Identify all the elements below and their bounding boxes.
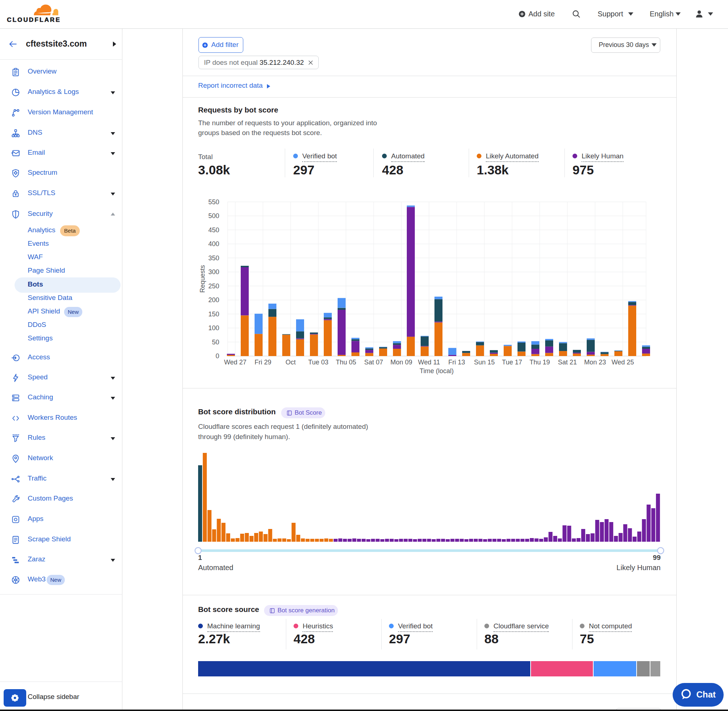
svg-text:50: 50 bbox=[212, 339, 219, 346]
svg-text:250: 250 bbox=[208, 283, 219, 290]
svg-text:Thu 19: Thu 19 bbox=[530, 358, 550, 366]
svg-text:500: 500 bbox=[208, 212, 219, 220]
svg-text:Likely Human: Likely Human bbox=[617, 563, 661, 572]
svg-text:150: 150 bbox=[208, 311, 219, 318]
svg-text:Oct: Oct bbox=[285, 358, 296, 366]
svg-text:Wed 25: Wed 25 bbox=[611, 358, 634, 366]
svg-text:300: 300 bbox=[208, 268, 219, 276]
svg-text:Mon 23: Mon 23 bbox=[584, 358, 606, 366]
svg-text:Mon 09: Mon 09 bbox=[390, 358, 412, 366]
svg-text:Sat 07: Sat 07 bbox=[364, 358, 383, 366]
svg-text:100: 100 bbox=[208, 325, 219, 332]
svg-text:Thu 05: Thu 05 bbox=[336, 358, 356, 366]
svg-text:400: 400 bbox=[208, 240, 219, 248]
svg-text:Tue 03: Tue 03 bbox=[308, 358, 328, 366]
svg-text:99: 99 bbox=[653, 554, 661, 561]
svg-text:Fri 13: Fri 13 bbox=[448, 358, 465, 366]
svg-text:1: 1 bbox=[198, 554, 202, 561]
svg-text:200: 200 bbox=[208, 296, 219, 304]
svg-text:Sat 21: Sat 21 bbox=[558, 358, 577, 366]
svg-text:550: 550 bbox=[208, 198, 219, 206]
svg-text:Fri 29: Fri 29 bbox=[255, 358, 271, 366]
svg-text:Wed 11: Wed 11 bbox=[418, 358, 440, 366]
svg-text:Time (local): Time (local) bbox=[419, 367, 453, 375]
svg-text:Automated: Automated bbox=[198, 563, 233, 572]
svg-text:450: 450 bbox=[208, 226, 219, 234]
svg-text:Wed 27: Wed 27 bbox=[224, 358, 247, 366]
svg-text:0: 0 bbox=[216, 353, 219, 360]
svg-text:350: 350 bbox=[208, 254, 219, 262]
svg-text:Sun 15: Sun 15 bbox=[474, 358, 495, 366]
svg-text:Tue 17: Tue 17 bbox=[502, 358, 522, 366]
svg-text:Requests: Requests bbox=[199, 265, 206, 293]
